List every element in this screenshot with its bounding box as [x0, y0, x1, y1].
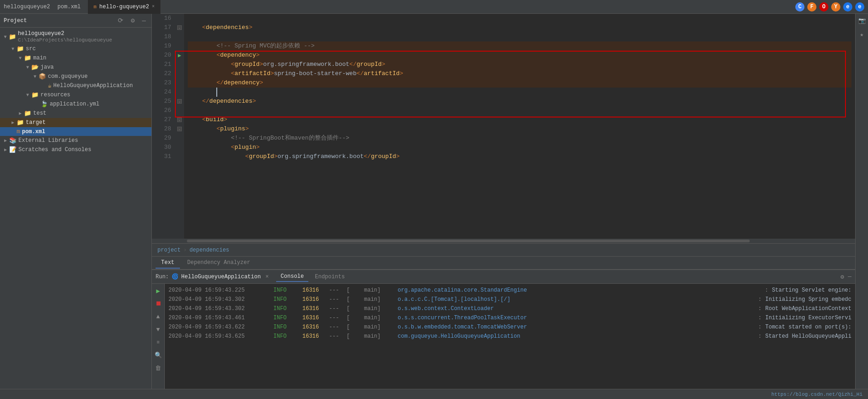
scratch-label: Scratches and Consoles — [18, 147, 91, 153]
code-line-20: <dependency> — [188, 51, 851, 60]
tab-file-icon: m — [93, 4, 97, 10]
tree-test[interactable]: ▶ 📁 test — [0, 109, 151, 118]
ie-icon[interactable]: e — [843, 2, 852, 12]
active-tab[interactable]: m hello-guqueyue2 × — [88, 0, 161, 14]
firefox-icon[interactable]: F — [807, 2, 816, 12]
bottom-left-icons: ▶ ⏹ ▲ ▼ ≡ 🔍 🗑 — [152, 284, 165, 389]
yml-icon: 🍃 — [41, 100, 48, 108]
pkg-arrow: ▼ — [31, 74, 39, 79]
tree-main[interactable]: ▼ 📁 main — [0, 53, 151, 63]
breadcrumb-dependencies[interactable]: dependencies — [190, 247, 229, 253]
tree-main-class[interactable]: ▶ ☕ HelloGuqueyueApplication — [0, 81, 151, 90]
breadcrumb-project[interactable]: project — [157, 247, 180, 253]
console-line-2: 2020-04-09 16:59:43.302 INFO 16316 --- [… — [168, 295, 851, 304]
tree-yml[interactable]: ▶ 🍃 application.yml — [0, 100, 151, 109]
stop-icon[interactable]: ⏹ — [153, 299, 163, 309]
code-line-26 — [188, 106, 851, 115]
pom-label: pom.xml — [22, 129, 45, 135]
tree-scratches[interactable]: ▶ 📝 Scratches and Consoles — [0, 145, 151, 154]
project-tree[interactable]: ▼ 📁 helloguqueyue2 C:\IdeaProjects\hello… — [0, 28, 151, 389]
filter-icon[interactable]: 🔍 — [153, 350, 163, 360]
src-icon: 📁 — [17, 45, 24, 53]
pom-icon: m — [17, 128, 20, 135]
tab-dependency[interactable]: Dependency Analyzer — [182, 258, 256, 269]
tree-src[interactable]: ▼ 📁 src — [0, 44, 151, 53]
line-numbers: 16 17 18 19 20 21 22 23 24 25 26 27 28 2… — [152, 14, 175, 239]
console-line-3: 2020-04-09 16:59:43.302 INFO 16316 --- [… — [168, 304, 851, 313]
settings-gear-icon[interactable]: ⚙ — [840, 273, 844, 281]
scratch-arrow: ▶ — [2, 147, 9, 153]
tab-text[interactable]: Text — [156, 258, 180, 269]
window-title2: pom.xml — [58, 4, 81, 10]
right-icon-1[interactable]: 📷 — [857, 16, 867, 26]
tree-root[interactable]: ▼ 📁 helloguqueyue2 C:\IdeaProjects\hello… — [0, 29, 151, 44]
fold-icon-25: - — [177, 99, 182, 104]
class-label: HelloGuqueyueApplication — [53, 82, 133, 89]
tree-resources[interactable]: ▼ 📁 resources — [0, 90, 151, 100]
scroll-up-icon[interactable]: ▲ — [153, 311, 163, 322]
chrome-icon[interactable]: C — [795, 2, 804, 12]
code-line-27: <build> — [188, 115, 851, 124]
code-line-29: <!-- SpringBoot和maven的整合插件--> — [188, 134, 851, 143]
sync-icon[interactable]: ⟳ — [116, 16, 125, 25]
code-line-19: <!-- Spring MVC的起步依赖 --> — [188, 41, 851, 51]
res-arrow: ▼ — [24, 93, 31, 98]
extlib-icon: 📚 — [9, 137, 17, 144]
java-icon: 📂 — [31, 64, 39, 71]
run-text: Run: — [156, 274, 169, 280]
right-icons: 📷 ★ — [855, 14, 868, 389]
sidebar-toolbar: Project ⟳ ⚙ — — [0, 14, 151, 28]
yandex-icon[interactable]: Y — [831, 2, 840, 12]
scroll-down-icon[interactable]: ▼ — [153, 324, 163, 334]
code-line-21: <groupId>org.springframework.boot</group… — [188, 60, 851, 69]
tab-bar: m hello-guqueyue2 × — [88, 0, 795, 14]
target-label: target — [26, 119, 46, 126]
run-app-name[interactable]: HelloGuqueyueApplication — [181, 274, 261, 280]
settings-icon[interactable]: ⚙ — [129, 16, 136, 25]
top-bar: helloguqueyue2 pom.xml m hello-guqueyue2… — [0, 0, 868, 14]
test-arrow: ▶ — [17, 111, 24, 116]
edge-icon[interactable]: e — [855, 2, 864, 12]
main-label: main — [33, 55, 46, 61]
console-tab[interactable]: Console — [276, 272, 308, 282]
tree-target[interactable]: ▶ 📁 target — [0, 118, 151, 127]
console-tabs: Console Endpoints — [272, 272, 353, 282]
gutter: - ▶ - - - — [175, 14, 184, 239]
fold-all-icon[interactable]: ≡ — [153, 337, 163, 347]
code-line-18 — [188, 32, 851, 41]
run-close-icon[interactable]: × — [266, 274, 269, 280]
console-line-6: 2020-04-09 16:59:43.625 INFO 16316 --- [… — [168, 332, 851, 341]
endpoints-tab[interactable]: Endpoints — [310, 272, 349, 282]
window-title1: helloguqueyue2 — [4, 4, 50, 10]
resources-label: resources — [41, 92, 70, 98]
status-url: https://blog.csdn.net/Qizhi_Hi — [771, 392, 862, 397]
run-gutter-icon[interactable]: ▶ — [178, 52, 181, 59]
test-label: test — [33, 110, 46, 117]
tree-pom-xml[interactable]: ▶ m pom.xml — [0, 127, 151, 136]
console-line-4: 2020-04-09 16:59:43.461 INFO 16316 --- [… — [168, 313, 851, 323]
tab-label: hello-guqueyue2 — [99, 4, 149, 10]
editor-scrollbar-h[interactable] — [152, 239, 855, 243]
tab-close-icon[interactable]: × — [152, 4, 155, 9]
browser-icons: C F O Y e e — [795, 2, 864, 12]
opera-icon[interactable]: O — [819, 2, 828, 12]
extlib-label: External Libraries — [18, 137, 78, 144]
tree-ext-libs[interactable]: ▶ 📚 External Libraries — [0, 136, 151, 145]
res-icon: 📁 — [31, 91, 39, 99]
package-icon: 📦 — [39, 73, 46, 80]
tree-java[interactable]: ▼ 📂 java — [0, 63, 151, 72]
code-editor[interactable]: 16 17 18 19 20 21 22 23 24 25 26 27 28 2… — [152, 14, 855, 269]
editor-tabs: Text Dependency Analyzer — [152, 256, 855, 269]
bottom-minimize-icon[interactable]: — — [848, 273, 851, 281]
code-lines[interactable]: <dependencies> <!-- Spring MVC的起步依赖 --> … — [184, 14, 855, 239]
right-icon-2[interactable]: ★ — [857, 29, 867, 40]
java-arrow: ▼ — [24, 65, 31, 70]
main-arrow: ▼ — [17, 56, 24, 61]
tree-package[interactable]: ▼ 📦 com.guqueyue — [0, 72, 151, 81]
trash-icon[interactable]: 🗑 — [153, 363, 163, 373]
project-sidebar: Project ⟳ ⚙ — ▼ 📁 helloguqueyue2 C:\Idea… — [0, 14, 152, 389]
restart-icon[interactable]: ▶ — [153, 286, 163, 296]
minimize-icon[interactable]: — — [140, 16, 148, 25]
extlib-arrow: ▶ — [2, 138, 9, 143]
yml-label: application.yml — [50, 101, 99, 107]
